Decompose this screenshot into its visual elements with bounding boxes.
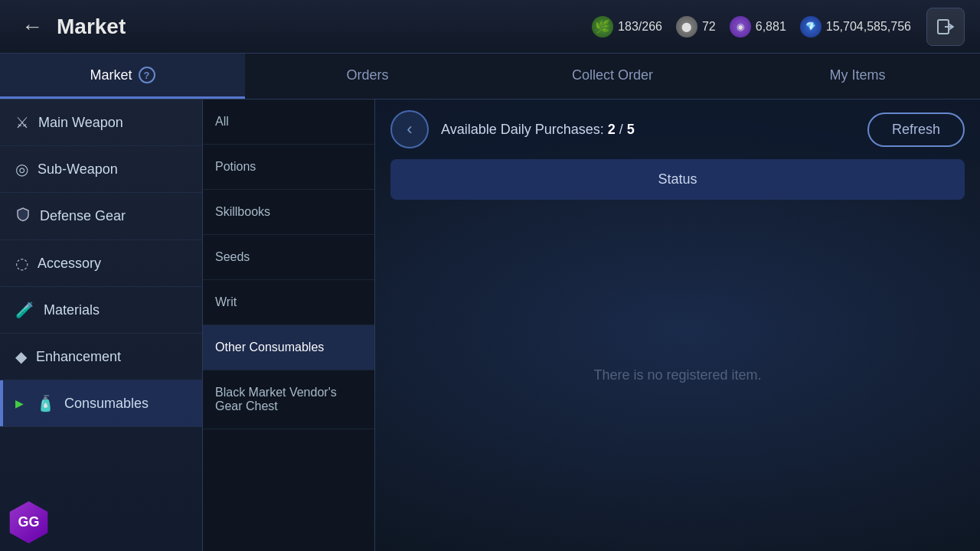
silver-icon: ⬤	[676, 16, 697, 37]
enhancement-icon: ◆	[15, 347, 27, 366]
submenu-writ[interactable]: Writ	[203, 280, 374, 325]
gem-value: 6,881	[756, 20, 786, 34]
sidebar-item-sub-weapon[interactable]: ◎ Sub-Weapon	[0, 146, 202, 193]
submenu-black-market[interactable]: Black Market Vendor's Gear Chest	[203, 370, 374, 429]
prev-button[interactable]: ‹	[390, 110, 429, 148]
submenu-skillbooks[interactable]: Skillbooks	[203, 190, 374, 235]
submenu-seeds[interactable]: Seeds	[203, 235, 374, 280]
gold-stat: 💎 15,704,585,756	[800, 16, 911, 37]
submenu-other-consumables[interactable]: Other Consumables	[203, 325, 374, 370]
subcategory-menu: All Potions Skillbooks Seeds Writ Other …	[203, 99, 375, 551]
silver-stat: ⬤ 72	[676, 16, 716, 37]
materials-icon: 🧪	[15, 301, 34, 319]
header-stats: 🌿 183/266 ⬤ 72 ◉ 6,881 💎 15,704,585,756	[592, 16, 911, 37]
category-sidebar: ⚔ Main Weapon ◎ Sub-Weapon Defense Gear …	[0, 99, 203, 551]
back-button[interactable]: ←	[15, 10, 49, 44]
accessory-icon: ◌	[15, 254, 28, 272]
market-content: ‹ Available Daily Purchases: 2 / 5 Refre…	[375, 99, 980, 551]
gold-value: 15,704,585,756	[826, 20, 911, 34]
sidebar-item-main-weapon[interactable]: ⚔ Main Weapon	[0, 99, 202, 146]
sub-weapon-icon: ◎	[15, 160, 28, 178]
page-title: Market	[57, 15, 126, 39]
daily-purchases-text: Available Daily Purchases: 2 / 5	[441, 122, 855, 138]
tab-my-items[interactable]: My Items	[735, 54, 980, 99]
tab-bar: Market ? Orders Collect Order My Items	[0, 54, 980, 99]
silver-value: 72	[702, 20, 716, 34]
submenu-all[interactable]: All	[203, 99, 374, 145]
submenu-potions[interactable]: Potions	[203, 145, 374, 190]
sidebar-item-accessory[interactable]: ◌ Accessory	[0, 240, 202, 287]
gold-icon: 💎	[800, 16, 822, 37]
active-indicator-icon: ▶	[15, 397, 24, 409]
sidebar-item-materials[interactable]: 🧪 Materials	[0, 287, 202, 334]
daily-purchases-bar: ‹ Available Daily Purchases: 2 / 5 Refre…	[375, 99, 980, 159]
gg-logo: GG	[8, 501, 50, 543]
tab-orders[interactable]: Orders	[245, 54, 490, 99]
gem-stat: ◉ 6,881	[730, 16, 786, 37]
empty-state-message: There is no registered item.	[375, 200, 980, 551]
consumables-icon: 🧴	[36, 394, 55, 412]
gg-hex-icon: GG	[8, 501, 50, 543]
refresh-button[interactable]: Refresh	[867, 112, 965, 147]
main-weapon-icon: ⚔	[15, 113, 29, 132]
tab-market[interactable]: Market ?	[0, 54, 245, 99]
exit-button[interactable]	[926, 8, 965, 46]
gem-icon: ◉	[730, 16, 751, 37]
sidebar-item-defense-gear[interactable]: Defense Gear	[0, 193, 202, 240]
defense-gear-icon	[15, 207, 31, 226]
header: ← Market 🌿 183/266 ⬤ 72 ◉ 6,881 💎 15,704…	[0, 0, 980, 54]
status-button[interactable]: Status	[390, 159, 965, 200]
main-content: ⚔ Main Weapon ◎ Sub-Weapon Defense Gear …	[0, 99, 980, 551]
help-icon[interactable]: ?	[139, 67, 155, 83]
tab-collect-order[interactable]: Collect Order	[490, 54, 735, 99]
energy-value: 183/266	[618, 20, 662, 34]
sidebar-item-enhancement[interactable]: ◆ Enhancement	[0, 334, 202, 380]
sidebar-item-consumables[interactable]: ▶ 🧴 Consumables	[0, 380, 202, 427]
energy-icon: 🌿	[592, 16, 613, 37]
energy-stat: 🌿 183/266	[592, 16, 662, 37]
